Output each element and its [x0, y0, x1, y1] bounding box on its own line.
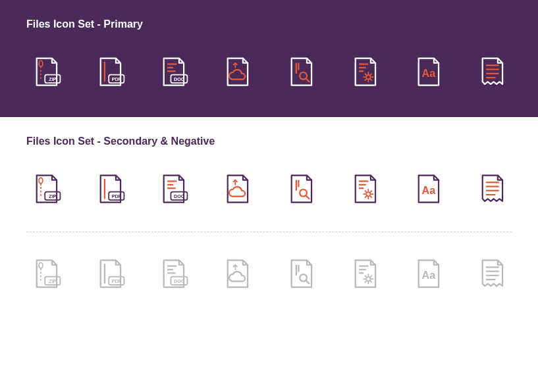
primary-section: Files Icon Set - Primary ZIP PDF DOC — [0, 0, 538, 117]
file-doc-icon: DOC — [153, 256, 193, 293]
divider — [26, 232, 512, 232]
secondary-title: Files Icon Set - Secondary & Negative — [26, 135, 512, 147]
file-search-icon — [281, 54, 321, 91]
svg-point-44 — [366, 192, 370, 196]
file-receipt-icon — [472, 171, 512, 208]
file-cloud-icon — [217, 54, 257, 91]
svg-text:Aa: Aa — [422, 67, 437, 79]
file-search-icon — [281, 171, 321, 208]
svg-text:PDF: PDF — [111, 77, 121, 82]
svg-line-40 — [306, 195, 309, 199]
svg-text:DOC: DOC — [174, 77, 184, 82]
file-search-icon — [281, 256, 321, 293]
svg-point-69 — [366, 277, 370, 281]
file-cloud-icon — [217, 256, 257, 293]
file-font-icon: Aa — [408, 54, 448, 91]
svg-text:PDF: PDF — [111, 279, 121, 284]
file-settings-icon — [345, 171, 385, 208]
primary-title: Files Icon Set - Primary — [26, 18, 512, 30]
secondary-icon-row: ZIP PDF DOC — [26, 171, 512, 208]
svg-line-15 — [306, 78, 309, 82]
svg-text:ZIP: ZIP — [49, 77, 56, 82]
file-settings-icon — [345, 54, 385, 91]
svg-point-0 — [39, 61, 43, 66]
file-receipt-icon — [472, 256, 512, 293]
svg-text:DOC: DOC — [174, 194, 184, 199]
secondary-section: Files Icon Set - Secondary & Negative ZI… — [0, 117, 538, 319]
file-font-icon: Aa — [408, 171, 448, 208]
svg-point-25 — [39, 178, 43, 184]
file-font-icon: Aa — [408, 256, 448, 293]
svg-text:DOC: DOC — [174, 279, 184, 284]
file-pdf-icon: PDF — [90, 54, 130, 91]
svg-text:PDF: PDF — [111, 194, 121, 199]
file-receipt-icon — [472, 54, 512, 91]
negative-icon-row: ZIP PDF DOC — [26, 256, 512, 293]
svg-text:ZIP: ZIP — [49, 194, 56, 199]
file-zip-icon: ZIP — [26, 171, 66, 208]
svg-text:Aa: Aa — [422, 269, 437, 281]
file-zip-icon: ZIP — [26, 256, 66, 293]
file-doc-icon: DOC — [153, 171, 193, 208]
svg-point-19 — [366, 75, 370, 79]
svg-point-50 — [39, 262, 43, 268]
svg-line-65 — [306, 280, 309, 283]
file-zip-icon: ZIP — [26, 54, 66, 91]
primary-icon-row: ZIP PDF DOC — [26, 54, 512, 91]
file-doc-icon: DOC — [153, 54, 193, 91]
svg-text:Aa: Aa — [422, 184, 437, 196]
svg-text:ZIP: ZIP — [49, 279, 56, 284]
file-cloud-icon — [217, 171, 257, 208]
file-pdf-icon: PDF — [90, 256, 130, 293]
file-pdf-icon: PDF — [90, 171, 130, 208]
file-settings-icon — [345, 256, 385, 293]
